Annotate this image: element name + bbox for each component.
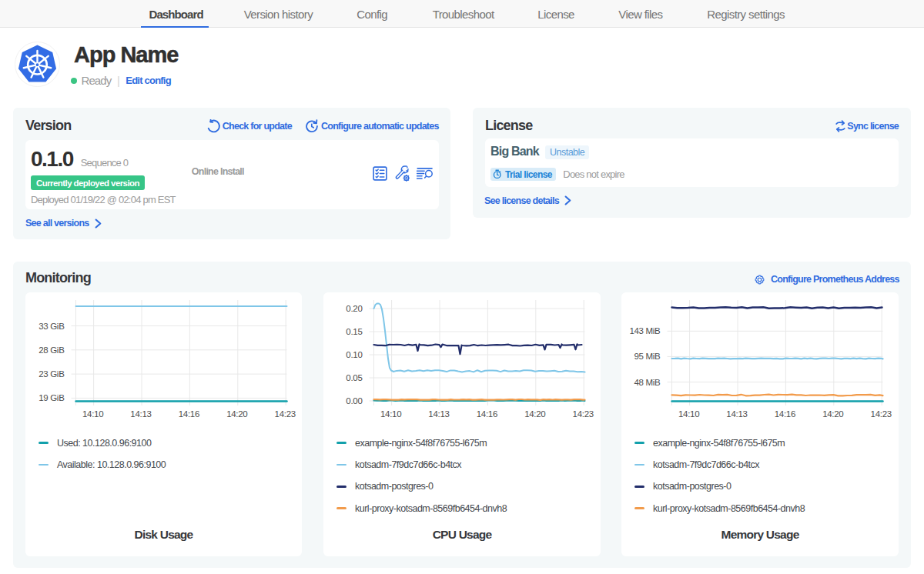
svg-text:23 GiB: 23 GiB xyxy=(38,369,65,379)
svg-text:0.10: 0.10 xyxy=(346,350,362,359)
svg-text:14:16: 14:16 xyxy=(775,409,795,419)
svg-text:14:20: 14:20 xyxy=(524,409,545,419)
svg-text:14:23: 14:23 xyxy=(871,409,892,419)
svg-text:14:13: 14:13 xyxy=(428,409,449,419)
svg-text:33 GiB: 33 GiB xyxy=(38,322,65,331)
svg-text:19 GiB: 19 GiB xyxy=(38,393,65,402)
svg-text:14:10: 14:10 xyxy=(82,409,103,419)
svg-text:14:10: 14:10 xyxy=(380,409,401,419)
svg-text:14:10: 14:10 xyxy=(678,409,699,419)
svg-text:14:16: 14:16 xyxy=(179,409,199,419)
svg-text:14:23: 14:23 xyxy=(275,409,296,419)
svg-text:14:20: 14:20 xyxy=(822,409,843,419)
svg-text:14:16: 14:16 xyxy=(477,409,497,419)
svg-text:143 MiB: 143 MiB xyxy=(629,326,661,335)
svg-text:48 MiB: 48 MiB xyxy=(634,378,661,387)
svg-text:0.15: 0.15 xyxy=(346,327,362,336)
svg-text:14:20: 14:20 xyxy=(226,409,247,419)
svg-text:0.05: 0.05 xyxy=(346,373,362,382)
svg-text:14:23: 14:23 xyxy=(573,409,594,419)
svg-text:28 GiB: 28 GiB xyxy=(38,345,65,355)
svg-text:0.20: 0.20 xyxy=(346,304,362,313)
svg-text:14:13: 14:13 xyxy=(726,409,747,419)
svg-text:95 MiB: 95 MiB xyxy=(634,352,661,361)
svg-text:0.00: 0.00 xyxy=(346,396,362,405)
svg-text:14:13: 14:13 xyxy=(130,409,151,419)
